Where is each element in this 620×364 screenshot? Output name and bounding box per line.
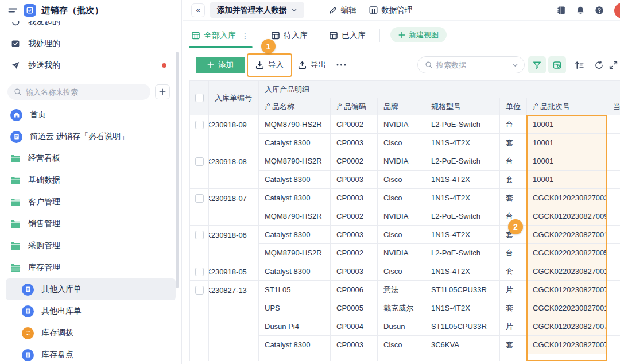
cell-product-code[interactable]: CP0003 [331,171,378,189]
cell-product-name[interactable]: UPS [259,299,331,317]
notifications-icon[interactable] [576,6,585,15]
cell-unit[interactable]: 套 [500,262,527,281]
cell-product-code[interactable]: CP0005 [331,299,378,317]
cell-spec[interactable]: 1N1S-4T2X [425,189,500,207]
sidebar-item-nav[interactable]: 采购管理 [6,235,176,257]
cell-product-code[interactable]: CP0002 [331,152,378,171]
cell-product-name[interactable]: MQM8790-HS2R [259,115,331,134]
cell-product-name[interactable]: Catalyst 8300 [259,189,331,207]
cell-product-code[interactable]: CP0003 [331,134,378,152]
cell-spec[interactable]: 3C6KVA [425,336,500,354]
cell-order-no[interactable]: K230918-08 [209,152,259,189]
tab-more-icon[interactable]: ⋮ [241,31,250,40]
chevron-down-icon[interactable] [512,62,518,68]
cell-unit[interactable]: 套 [500,134,527,152]
cell-unit[interactable]: 片 [500,281,527,299]
cell-batch-no[interactable]: CGCK0120230827003 [527,189,607,207]
cell-order-no[interactable]: K230918-07 [209,189,259,226]
row-checkbox[interactable] [190,152,209,189]
cell-batch-no[interactable]: CGCK0220230827005 [527,244,607,262]
permission-mode-dropdown[interactable]: 添加并管理本人数据 [210,2,304,18]
help-icon[interactable] [595,6,604,15]
cell-current-clipped[interactable] [607,207,620,226]
row-checkbox[interactable] [190,115,209,152]
row-checkbox[interactable] [190,281,209,354]
export-button[interactable]: 导出 [298,60,326,70]
sidebar-item-nav[interactable]: 经营看板 [6,148,176,169]
sidebar-item-nav[interactable]: 库存管理 [6,257,176,278]
cell-batch-no[interactable]: CGCK0220230827001 [527,262,607,281]
cell-batch-no[interactable]: CGCK0120230827009 [527,207,607,226]
cell-unit[interactable]: 套 [500,336,527,354]
row-checkbox[interactable] [190,189,209,226]
cell-unit[interactable]: 套 [500,189,527,207]
cell-product-name[interactable]: Catalyst 8300 [259,226,331,244]
cell-brand[interactable]: 戴克威尔 [378,299,425,317]
cell-spec[interactable]: ST1L05CPU33R [425,317,500,336]
cell-batch-no[interactable]: CGCK0220230827001 [527,299,607,317]
cell-spec[interactable]: 1N1S-4T2X [425,299,500,317]
edit-button[interactable]: 编辑 [329,5,356,16]
row-checkbox[interactable] [190,226,209,262]
add-record-button[interactable]: 添加 [196,57,245,73]
filter-button[interactable] [528,56,546,73]
sidebar-item-nav[interactable]: 销售管理 [6,213,176,235]
cell-current-clipped[interactable] [607,299,620,317]
fullscreen-button[interactable] [609,61,618,69]
cell-current-clipped[interactable] [607,152,620,171]
cell-product-code[interactable]: CP0002 [331,207,378,226]
data-search-box[interactable] [417,56,525,73]
cell-batch-no[interactable]: CGCK0120230827007 [527,281,607,299]
table-row[interactable]: K230918-06Catalyst 8300CP0003Cisco1N1S-4… [190,226,620,244]
cell-spec[interactable]: L2-PoE-Switch [425,152,500,171]
cell-spec[interactable]: ST1L05CPU33R [425,281,500,299]
cell-product-name[interactable]: Catalyst 8300 [259,336,331,354]
contacts-icon[interactable] [557,6,566,15]
cell-unit[interactable]: 台 [500,152,527,171]
cell-brand[interactable]: Cisco [378,262,425,281]
cell-batch-no[interactable]: 10001 [527,134,607,152]
cell-product-code[interactable]: CP0003 [331,226,378,244]
cell-current-clipped[interactable] [607,189,620,207]
cell-brand[interactable]: NVIDIA [378,207,425,226]
cell-product-name[interactable]: Catalyst 8300 [259,262,331,281]
sidebar-subitem[interactable]: 库存盘点 [6,344,176,364]
sidebar-scrollbar[interactable] [176,52,179,288]
add-app-button[interactable] [155,84,170,99]
cell-spec[interactable]: L2-PoE-Switch [425,244,500,262]
sidebar-subitem[interactable]: 其他入库单 [6,278,176,300]
table-row[interactable]: K230918-07Catalyst 8300CP0003Cisco1N1S-4… [190,189,620,207]
cell-current-clipped[interactable] [607,317,620,336]
cell-order-no[interactable]: K230918-06 [209,226,259,262]
tab-all-inbound[interactable]: 全部入库 ⋮ [191,25,251,46]
cell-batch-no[interactable]: CGCK0120230827007 [527,336,607,354]
cell-spec[interactable]: L2-PoE-Switch [425,115,500,134]
cell-unit[interactable]: 台 [500,244,527,262]
cell-product-code[interactable]: CP0004 [331,317,378,336]
sidebar-item-nav[interactable]: 基础数据 [6,169,176,191]
refresh-button[interactable] [595,61,603,69]
sort-button[interactable] [575,61,584,69]
cell-spec[interactable]: 1N1S-4T2X [425,226,500,244]
cell-current-clipped[interactable] [607,115,620,134]
cell-brand[interactable]: Cisco [378,336,425,354]
table-row[interactable]: K230827-13ST1L05CP0006意法ST1L05CPU33R片CGC… [190,281,620,299]
collapse-sidebar-button[interactable]: « [191,3,205,17]
cell-unit[interactable]: 片 [500,317,527,336]
sidebar-item-nav[interactable]: 简道云 进销存「必看说明」 [6,126,176,148]
cell-order-no[interactable]: K230827-13 [209,281,259,354]
cell-spec[interactable]: 1N1S-4T2X [425,134,500,152]
cell-product-name[interactable]: MQM8790-HS2R [259,207,331,226]
more-actions-icon[interactable] [336,64,346,66]
cell-batch-no[interactable]: 10001 [527,115,607,134]
cell-product-name[interactable]: MQM8790-HS2R [259,244,331,262]
hamburger-menu-icon[interactable] [8,6,18,14]
cell-product-code[interactable]: CP0003 [331,336,378,354]
cell-product-name[interactable]: Catalyst 8300 [259,171,331,189]
cell-brand[interactable]: NVIDIA [378,115,425,134]
cell-unit[interactable]: 套 [500,299,527,317]
sidebar-search-box[interactable] [7,84,150,100]
data-search-input[interactable] [436,61,509,69]
cell-batch-no[interactable]: 10001 [527,152,607,171]
sidebar-item-workflow[interactable]: 抄送我的 [6,55,176,76]
